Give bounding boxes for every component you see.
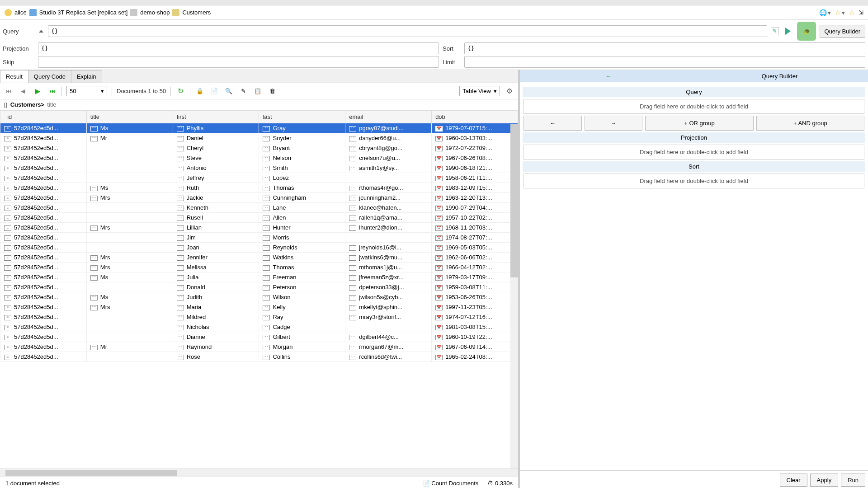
path-collection[interactable]: Customers>	[10, 101, 45, 108]
cell-email[interactable]: " "rcollins6d@twi...	[345, 352, 432, 362]
cell-title[interactable]	[86, 312, 173, 322]
cell-dob[interactable]: 📅1957-10-22T02:...	[432, 213, 518, 223]
table-row[interactable]: ≡57d28452ed5d..." "Mrs" "Maria" "Kelly" …	[0, 302, 518, 312]
cell-id[interactable]: ≡57d28452ed5d...	[0, 272, 87, 282]
cell-email[interactable]: " "dgilbert44@c...	[345, 332, 432, 342]
cell-title[interactable]	[86, 243, 173, 253]
cell-title[interactable]: " "Mrs	[86, 223, 173, 233]
cell-id[interactable]: ≡57d28452ed5d...	[0, 322, 87, 332]
cell-title[interactable]	[86, 163, 173, 173]
cell-title[interactable]: " "Mrs	[86, 302, 173, 312]
cell-title[interactable]	[86, 322, 173, 332]
cell-id[interactable]: ≡57d28452ed5d...	[0, 193, 87, 203]
gear-icon[interactable]	[505, 86, 514, 96]
table-row[interactable]: ≡57d28452ed5d..." "Ms" "Ruth" "Thomas" "…	[0, 183, 518, 193]
cell-email[interactable]: " "mkellyt@sphin...	[345, 302, 432, 312]
table-row[interactable]: ≡57d28452ed5d..." "Steve" "Nelson" "cnel…	[0, 153, 518, 163]
column-header-title[interactable]: title	[86, 111, 173, 123]
table-row[interactable]: ≡57d28452ed5d..." "Antonio" "Smith" "asm…	[0, 163, 518, 173]
cell-first[interactable]: " "Antonio	[173, 163, 259, 173]
cell-id[interactable]: ≡57d28452ed5d...	[0, 253, 87, 263]
qb-collapse-icon[interactable]	[523, 73, 694, 80]
cell-last[interactable]: " "Bryant	[259, 143, 345, 153]
cell-first[interactable]: " "Dianne	[173, 332, 259, 342]
cell-id[interactable]: ≡57d28452ed5d...	[0, 312, 87, 322]
cell-id[interactable]: ≡57d28452ed5d...	[0, 133, 87, 143]
cell-dob[interactable]: 📅1960-03-13T03:...	[432, 133, 518, 143]
table-row[interactable]: ≡57d28452ed5d..." "Mrs" "Jennifer" "Watk…	[0, 253, 518, 263]
table-row[interactable]: ≡57d28452ed5d..." "Ms" "Julia" "Freeman"…	[0, 272, 518, 282]
cell-dob[interactable]: 📅1979-03-17T09:...	[432, 272, 518, 282]
cell-email[interactable]: " "asmith1y@sy...	[345, 163, 432, 173]
qb-query-drop[interactable]: Drag field here or double-click to add f…	[524, 99, 864, 114]
query-input[interactable]: {}	[48, 25, 767, 37]
cell-id[interactable]: ≡57d28452ed5d...	[0, 183, 87, 193]
cell-last[interactable]: " "Peterson	[259, 282, 345, 292]
skip-input[interactable]	[38, 56, 439, 68]
cell-id[interactable]: ≡57d28452ed5d...	[0, 173, 87, 183]
qb-sort-drop[interactable]: Drag field here or double-click to add f…	[524, 174, 864, 188]
cell-last[interactable]: " "Thomas	[259, 263, 345, 272]
view-doc-icon[interactable]: 🔍	[224, 86, 234, 96]
cell-title[interactable]: " "Ms	[86, 183, 173, 193]
cell-dob[interactable]: 📅1972-07-22T09:...	[432, 143, 518, 153]
cell-first[interactable]: " "Lillian	[173, 223, 259, 233]
globe-icon[interactable]	[819, 9, 831, 16]
cell-email[interactable]: " "dsnyder66@u...	[345, 133, 432, 143]
table-row[interactable]: ≡57d28452ed5d..." "Mrs" "Melissa" "Thoma…	[0, 263, 518, 272]
cell-id[interactable]: ≡57d28452ed5d...	[0, 143, 87, 153]
cell-last[interactable]: " "Collins	[259, 352, 345, 362]
cell-last[interactable]: " "Nelson	[259, 153, 345, 163]
cell-last[interactable]: " "Watkins	[259, 253, 345, 263]
column-header-dob[interactable]: dob	[432, 111, 518, 123]
cell-last[interactable]: " "Hunter	[259, 223, 345, 233]
table-row[interactable]: ≡57d28452ed5d..." "Nicholas" "Cadge📅1981…	[0, 322, 518, 332]
prev-page-icon[interactable]	[18, 86, 28, 96]
cell-title[interactable]	[86, 213, 173, 223]
horizontal-scrollbar[interactable]	[0, 469, 518, 477]
tab-result[interactable]: Result	[0, 70, 28, 83]
table-row[interactable]: ≡57d28452ed5d..." "Donald" "Peterson" "d…	[0, 282, 518, 292]
qb-or-group-button[interactable]: + OR group	[645, 116, 753, 131]
cell-title[interactable]	[86, 332, 173, 342]
cell-dob[interactable]: 📅1965-02-24T08:...	[432, 352, 518, 362]
cell-last[interactable]: " "Cadge	[259, 322, 345, 332]
cell-dob[interactable]: 📅1959-03-08T11:...	[432, 282, 518, 292]
cell-last[interactable]: " "Thomas	[259, 183, 345, 193]
count-documents-link[interactable]: 📄 Count Documents	[423, 480, 479, 487]
column-header-last[interactable]: last	[259, 111, 345, 123]
first-page-icon[interactable]	[4, 86, 14, 96]
cell-last[interactable]: " "Snyder	[259, 133, 345, 143]
apply-button[interactable]: Apply	[810, 474, 839, 487]
cell-last[interactable]: " "Gilbert	[259, 332, 345, 342]
cell-dob[interactable]: 📅1990-06-18T21:...	[432, 163, 518, 173]
cell-dob[interactable]: 📅1962-06-06T02:...	[432, 253, 518, 263]
cell-first[interactable]: " "Cheryl	[173, 143, 259, 153]
cell-last[interactable]: " "Ray	[259, 312, 345, 322]
cell-last[interactable]: " "Cunningham	[259, 193, 345, 203]
cell-dob[interactable]: 📅1967-06-09T14:...	[432, 342, 518, 352]
tab-query-code[interactable]: Query Code	[28, 70, 71, 83]
cell-dob[interactable]: 📅1968-11-20T03:...	[432, 223, 518, 233]
table-row[interactable]: ≡57d28452ed5d..." "Mr" "Raymond" "Morgan…	[0, 342, 518, 352]
cell-first[interactable]: " "Raymond	[173, 342, 259, 352]
cell-title[interactable]	[86, 282, 173, 292]
cell-first[interactable]: " "Mildred	[173, 312, 259, 322]
table-row[interactable]: ≡57d28452ed5d..." "Joan" "Reynolds" "jre…	[0, 243, 518, 253]
cell-email[interactable]: " "jwatkins6@mu...	[345, 253, 432, 263]
cell-first[interactable]: " "Steve	[173, 153, 259, 163]
cell-id[interactable]: ≡57d28452ed5d...	[0, 213, 87, 223]
table-row[interactable]: ≡57d28452ed5d..." "Mr" "Daniel" "Snyder"…	[0, 133, 518, 143]
limit-input[interactable]	[464, 56, 865, 68]
cell-first[interactable]: " "Donald	[173, 282, 259, 292]
table-row[interactable]: ≡57d28452ed5d..." "Ms" "Judith" "Wilson"…	[0, 292, 518, 302]
cell-title[interactable]	[86, 203, 173, 213]
cell-email[interactable]: " "rthomas4r@go...	[345, 183, 432, 193]
cell-title[interactable]: " "Mr	[86, 342, 173, 352]
cell-id[interactable]: ≡57d28452ed5d...	[0, 263, 87, 272]
cell-id[interactable]: ≡57d28452ed5d...	[0, 282, 87, 292]
cell-last[interactable]: " "Morris	[259, 233, 345, 243]
table-row[interactable]: ≡57d28452ed5d..." "Jeffrey" "Lopez📅1958-…	[0, 173, 518, 183]
cell-dob[interactable]: 📅1969-05-03T05:...	[432, 243, 518, 253]
cell-title[interactable]: " "Ms	[86, 272, 173, 282]
